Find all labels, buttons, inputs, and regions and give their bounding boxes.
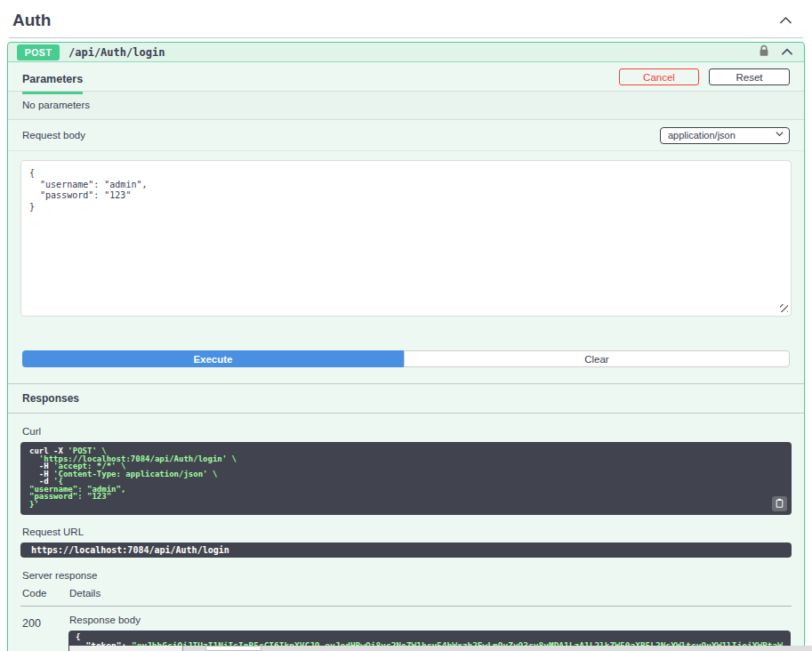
curl-label: Curl — [22, 426, 792, 437]
page-title: Auth — [12, 11, 51, 30]
code-column-header: Code — [20, 588, 68, 607]
scrollbar-track[interactable] — [182, 646, 812, 651]
execute-button[interactable]: Execute — [22, 350, 404, 367]
tab-parameters[interactable]: Parameters — [22, 73, 83, 94]
method-badge: POST — [17, 44, 60, 60]
curl-command: curl -X 'POST' \ 'https://localhost:7084… — [29, 447, 783, 508]
status-code: 200 — [20, 607, 68, 651]
auth-section-header[interactable]: Auth — [9, 0, 803, 38]
responses-section: Responses Curl curl -X 'POST' \ 'https:/… — [8, 383, 804, 651]
execute-row: Execute Clear — [22, 350, 790, 367]
authorize-lock-button[interactable] — [757, 43, 771, 61]
request-body-row: Request body application/json — [8, 120, 804, 151]
cancel-button[interactable]: Cancel — [619, 68, 699, 85]
details-column-header: Details — [68, 588, 792, 607]
opblock-post-login: POST /api/Auth/login — [7, 42, 805, 651]
responses-title: Responses — [8, 384, 804, 414]
curl-block: curl -X 'POST' \ 'https://localhost:7084… — [20, 442, 792, 515]
lock-icon — [759, 44, 769, 60]
body-editor: { "username": "admin", "password": "123"… — [20, 160, 792, 317]
copy-curl-button[interactable] — [772, 496, 787, 511]
clear-button[interactable]: Clear — [404, 350, 790, 367]
content-type-select[interactable]: application/json — [660, 127, 790, 144]
table-row: 200 Response body { "token": "eyJhbGciOi… — [20, 607, 792, 651]
opblock-summary[interactable]: POST /api/Auth/login — [8, 43, 804, 62]
scrollbar-thumb[interactable] — [205, 646, 261, 651]
chevron-up-icon — [781, 45, 793, 59]
operation-path: /api/Auth/login — [68, 46, 165, 59]
clipboard-icon — [776, 497, 784, 510]
swagger-page: Auth POST /api/Auth/login — [0, 0, 812, 651]
collapse-section-button[interactable] — [777, 12, 794, 29]
reset-button[interactable]: Reset — [709, 68, 790, 85]
request-url-value: https://localhost:7084/api/Auth/login — [20, 542, 792, 558]
server-response-label: Server response — [22, 570, 792, 581]
tab-row: Parameters Cancel Reset — [8, 62, 804, 92]
request-url-label: Request URL — [22, 526, 792, 537]
no-parameters-message: No parameters — [8, 92, 804, 120]
response-body-label: Response body — [69, 615, 791, 625]
collapse-operation-button[interactable] — [779, 44, 795, 60]
request-body-label: Request body — [22, 130, 85, 141]
request-body-textarea[interactable]: { "username": "admin", "password": "123"… — [20, 160, 792, 317]
horizontal-scrollbar — [0, 646, 812, 651]
server-response-table: Code Details 200 Response body { "toke — [20, 588, 792, 651]
chevron-up-icon — [779, 14, 792, 28]
scrollbar-segment — [69, 646, 182, 651]
